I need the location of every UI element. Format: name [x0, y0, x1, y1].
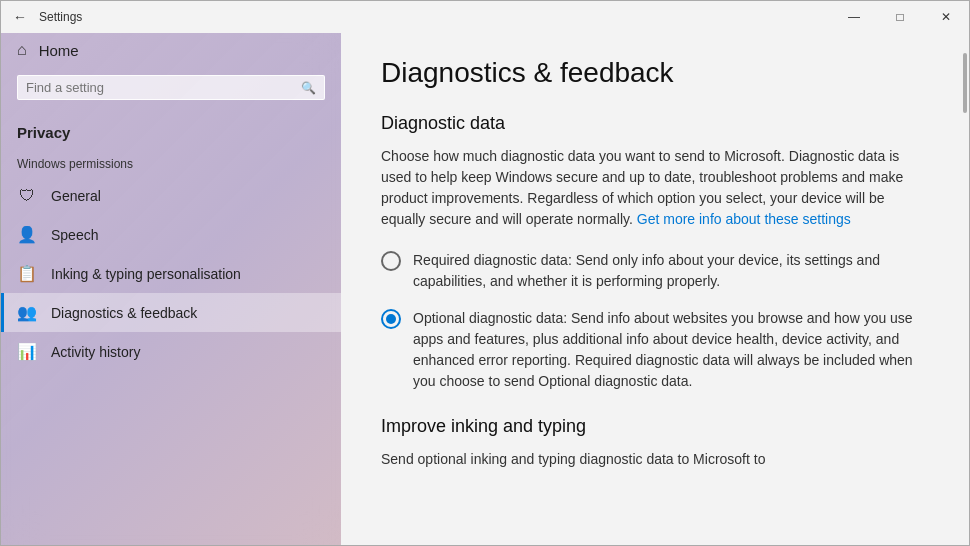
- diagnostics-label: Diagnostics & feedback: [51, 305, 197, 321]
- page-title: Diagnostics & feedback: [381, 57, 929, 89]
- radio-optional[interactable]: [381, 309, 401, 329]
- settings-window: ← Settings — □ ✕ ⌂ Home 🔍 Privacy Wi: [0, 0, 970, 546]
- radio-required-text: Required diagnostic data: Send only info…: [413, 250, 929, 292]
- sidebar-item-activity[interactable]: 📊 Activity history: [1, 332, 341, 371]
- more-info-link[interactable]: Get more info about these settings: [637, 211, 851, 227]
- diagnostics-icon: 👥: [17, 303, 37, 322]
- radio-item-required: Required diagnostic data: Send only info…: [381, 250, 929, 292]
- close-button[interactable]: ✕: [923, 1, 969, 33]
- diagnostic-section-title: Diagnostic data: [381, 113, 929, 134]
- home-label: Home: [39, 42, 79, 59]
- home-icon: ⌂: [17, 41, 27, 59]
- speech-label: Speech: [51, 227, 98, 243]
- inking-icon: 📋: [17, 264, 37, 283]
- improve-section-title: Improve inking and typing: [381, 416, 929, 437]
- back-icon[interactable]: ←: [13, 9, 27, 25]
- privacy-header: Privacy: [1, 108, 341, 145]
- sidebar-item-general[interactable]: 🛡 General: [1, 177, 341, 215]
- search-input[interactable]: [26, 80, 301, 95]
- title-bar-left: ← Settings: [13, 9, 82, 25]
- improve-section: Improve inking and typing Send optional …: [381, 416, 929, 470]
- radio-item-optional: Optional diagnostic data: Send info abou…: [381, 308, 929, 392]
- diagnostic-description: Choose how much diagnostic data you want…: [381, 146, 929, 230]
- window-title: Settings: [39, 10, 82, 24]
- general-label: General: [51, 188, 101, 204]
- search-icon: 🔍: [301, 81, 316, 95]
- sidebar-item-diagnostics[interactable]: 👥 Diagnostics & feedback: [1, 293, 341, 332]
- scrollbar-track[interactable]: [961, 33, 969, 545]
- speech-icon: 👤: [17, 225, 37, 244]
- app-body: ⌂ Home 🔍 Privacy Windows permissions 🛡 G…: [1, 33, 969, 545]
- scrollbar-thumb[interactable]: [963, 53, 967, 113]
- sidebar: ⌂ Home 🔍 Privacy Windows permissions 🛡 G…: [1, 33, 341, 545]
- activity-icon: 📊: [17, 342, 37, 361]
- minimize-button[interactable]: —: [831, 1, 877, 33]
- search-box: 🔍: [17, 75, 325, 100]
- title-bar-controls: — □ ✕: [831, 1, 969, 33]
- activity-label: Activity history: [51, 344, 140, 360]
- main-wrapper: Diagnostics & feedback Diagnostic data C…: [341, 33, 969, 545]
- sidebar-item-speech[interactable]: 👤 Speech: [1, 215, 341, 254]
- sidebar-item-home[interactable]: ⌂ Home: [1, 33, 341, 67]
- inking-label: Inking & typing personalisation: [51, 266, 241, 282]
- main-content: Diagnostics & feedback Diagnostic data C…: [341, 33, 969, 514]
- radio-required[interactable]: [381, 251, 401, 271]
- general-icon: 🛡: [17, 187, 37, 205]
- radio-group: Required diagnostic data: Send only info…: [381, 250, 929, 392]
- windows-permissions-label: Windows permissions: [1, 145, 341, 177]
- title-bar: ← Settings — □ ✕: [1, 1, 969, 33]
- improve-description: Send optional inking and typing diagnost…: [381, 449, 929, 470]
- radio-optional-text: Optional diagnostic data: Send info abou…: [413, 308, 929, 392]
- maximize-button[interactable]: □: [877, 1, 923, 33]
- sidebar-item-inking[interactable]: 📋 Inking & typing personalisation: [1, 254, 341, 293]
